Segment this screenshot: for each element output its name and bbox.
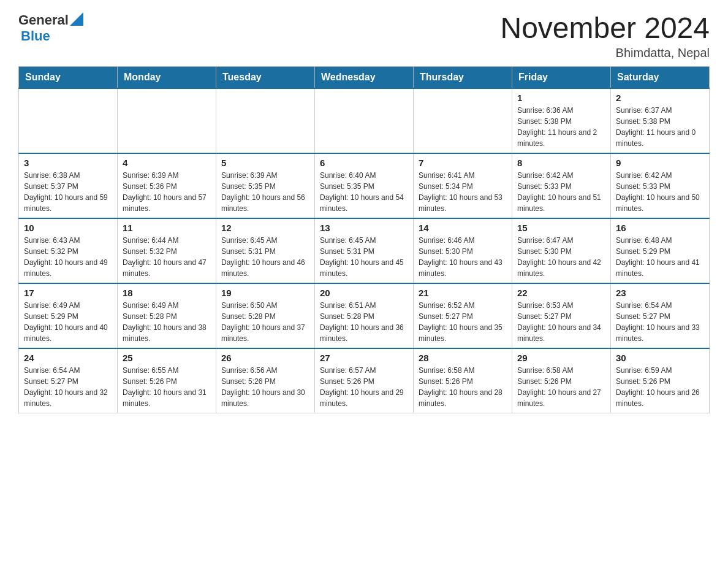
day-info: Sunrise: 6:44 AMSunset: 5:32 PMDaylight:… bbox=[123, 235, 211, 279]
day-info: Sunrise: 6:38 AMSunset: 5:37 PMDaylight:… bbox=[24, 170, 112, 214]
day-info: Sunrise: 6:42 AMSunset: 5:33 PMDaylight:… bbox=[616, 170, 704, 214]
day-number: 27 bbox=[320, 353, 408, 363]
day-number: 29 bbox=[517, 353, 605, 363]
day-number: 4 bbox=[123, 158, 211, 168]
table-row: 6Sunrise: 6:40 AMSunset: 5:35 PMDaylight… bbox=[315, 153, 414, 218]
table-row: 27Sunrise: 6:57 AMSunset: 5:26 PMDayligh… bbox=[315, 348, 414, 413]
table-row: 12Sunrise: 6:45 AMSunset: 5:31 PMDayligh… bbox=[216, 218, 315, 283]
day-info: Sunrise: 6:46 AMSunset: 5:30 PMDaylight:… bbox=[419, 235, 507, 279]
table-row: 30Sunrise: 6:59 AMSunset: 5:26 PMDayligh… bbox=[611, 348, 710, 413]
table-row: 29Sunrise: 6:58 AMSunset: 5:26 PMDayligh… bbox=[512, 348, 611, 413]
day-number: 8 bbox=[517, 158, 605, 168]
calendar-week-row: 17Sunrise: 6:49 AMSunset: 5:29 PMDayligh… bbox=[19, 283, 710, 348]
table-row: 13Sunrise: 6:45 AMSunset: 5:31 PMDayligh… bbox=[315, 218, 414, 283]
day-info: Sunrise: 6:39 AMSunset: 5:36 PMDaylight:… bbox=[123, 170, 211, 214]
col-thursday: Thursday bbox=[414, 66, 512, 88]
day-info: Sunrise: 6:55 AMSunset: 5:26 PMDaylight:… bbox=[123, 365, 211, 409]
month-year-title: November 2024 bbox=[500, 12, 710, 45]
day-info: Sunrise: 6:58 AMSunset: 5:26 PMDaylight:… bbox=[419, 365, 507, 409]
day-info: Sunrise: 6:50 AMSunset: 5:28 PMDaylight:… bbox=[221, 300, 309, 344]
day-info: Sunrise: 6:57 AMSunset: 5:26 PMDaylight:… bbox=[320, 365, 408, 409]
col-monday: Monday bbox=[118, 66, 216, 88]
table-row: 7Sunrise: 6:41 AMSunset: 5:34 PMDaylight… bbox=[414, 153, 512, 218]
table-row bbox=[118, 88, 216, 153]
day-number: 16 bbox=[616, 223, 704, 233]
location-subtitle: Bhimdatta, Nepal bbox=[500, 46, 710, 60]
calendar-week-row: 3Sunrise: 6:38 AMSunset: 5:37 PMDaylight… bbox=[19, 153, 710, 218]
day-number: 20 bbox=[320, 288, 408, 298]
day-info: Sunrise: 6:52 AMSunset: 5:27 PMDaylight:… bbox=[419, 300, 507, 344]
day-number: 18 bbox=[123, 288, 211, 298]
table-row: 23Sunrise: 6:54 AMSunset: 5:27 PMDayligh… bbox=[611, 283, 710, 348]
table-row: 19Sunrise: 6:50 AMSunset: 5:28 PMDayligh… bbox=[216, 283, 315, 348]
day-number: 3 bbox=[24, 158, 112, 168]
calendar-header-row: Sunday Monday Tuesday Wednesday Thursday… bbox=[19, 66, 710, 88]
day-number: 9 bbox=[616, 158, 704, 168]
table-row: 5Sunrise: 6:39 AMSunset: 5:35 PMDaylight… bbox=[216, 153, 315, 218]
table-row bbox=[414, 88, 512, 153]
day-number: 22 bbox=[517, 288, 605, 298]
calendar-week-row: 1Sunrise: 6:36 AMSunset: 5:38 PMDaylight… bbox=[19, 88, 710, 153]
col-saturday: Saturday bbox=[611, 66, 710, 88]
day-number: 10 bbox=[24, 223, 112, 233]
day-number: 21 bbox=[419, 288, 507, 298]
day-number: 15 bbox=[517, 223, 605, 233]
table-row bbox=[315, 88, 414, 153]
calendar-week-row: 24Sunrise: 6:54 AMSunset: 5:27 PMDayligh… bbox=[19, 348, 710, 413]
table-row: 15Sunrise: 6:47 AMSunset: 5:30 PMDayligh… bbox=[512, 218, 611, 283]
day-info: Sunrise: 6:53 AMSunset: 5:27 PMDaylight:… bbox=[517, 300, 605, 344]
day-info: Sunrise: 6:54 AMSunset: 5:27 PMDaylight:… bbox=[616, 300, 704, 344]
col-friday: Friday bbox=[512, 66, 611, 88]
col-sunday: Sunday bbox=[19, 66, 118, 88]
day-info: Sunrise: 6:51 AMSunset: 5:28 PMDaylight:… bbox=[320, 300, 408, 344]
table-row: 22Sunrise: 6:53 AMSunset: 5:27 PMDayligh… bbox=[512, 283, 611, 348]
day-number: 11 bbox=[123, 223, 211, 233]
table-row: 16Sunrise: 6:48 AMSunset: 5:29 PMDayligh… bbox=[611, 218, 710, 283]
table-row: 3Sunrise: 6:38 AMSunset: 5:37 PMDaylight… bbox=[19, 153, 118, 218]
day-number: 28 bbox=[419, 353, 507, 363]
day-number: 19 bbox=[221, 288, 309, 298]
day-number: 14 bbox=[419, 223, 507, 233]
logo-blue-text: Blue bbox=[21, 28, 50, 44]
table-row: 4Sunrise: 6:39 AMSunset: 5:36 PMDaylight… bbox=[118, 153, 216, 218]
table-row: 11Sunrise: 6:44 AMSunset: 5:32 PMDayligh… bbox=[118, 218, 216, 283]
day-info: Sunrise: 6:45 AMSunset: 5:31 PMDaylight:… bbox=[320, 235, 408, 279]
day-number: 2 bbox=[616, 93, 704, 103]
day-info: Sunrise: 6:37 AMSunset: 5:38 PMDaylight:… bbox=[616, 105, 704, 149]
table-row: 14Sunrise: 6:46 AMSunset: 5:30 PMDayligh… bbox=[414, 218, 512, 283]
table-row: 21Sunrise: 6:52 AMSunset: 5:27 PMDayligh… bbox=[414, 283, 512, 348]
col-wednesday: Wednesday bbox=[315, 66, 414, 88]
logo-general-text: General bbox=[18, 12, 69, 28]
day-number: 23 bbox=[616, 288, 704, 298]
table-row bbox=[19, 88, 118, 153]
table-row: 25Sunrise: 6:55 AMSunset: 5:26 PMDayligh… bbox=[118, 348, 216, 413]
table-row: 26Sunrise: 6:56 AMSunset: 5:26 PMDayligh… bbox=[216, 348, 315, 413]
day-number: 6 bbox=[320, 158, 408, 168]
col-tuesday: Tuesday bbox=[216, 66, 315, 88]
day-info: Sunrise: 6:56 AMSunset: 5:26 PMDaylight:… bbox=[221, 365, 309, 409]
day-number: 5 bbox=[221, 158, 309, 168]
day-info: Sunrise: 6:40 AMSunset: 5:35 PMDaylight:… bbox=[320, 170, 408, 214]
day-number: 1 bbox=[517, 93, 605, 103]
day-number: 17 bbox=[24, 288, 112, 298]
day-info: Sunrise: 6:45 AMSunset: 5:31 PMDaylight:… bbox=[221, 235, 309, 279]
header: General Blue November 2024 Bhimdatta, Ne… bbox=[18, 12, 710, 60]
day-info: Sunrise: 6:43 AMSunset: 5:32 PMDaylight:… bbox=[24, 235, 112, 279]
title-area: November 2024 Bhimdatta, Nepal bbox=[500, 12, 710, 60]
logo: General Blue bbox=[18, 12, 83, 44]
day-info: Sunrise: 6:59 AMSunset: 5:26 PMDaylight:… bbox=[616, 365, 704, 409]
day-info: Sunrise: 6:39 AMSunset: 5:35 PMDaylight:… bbox=[221, 170, 309, 214]
calendar-week-row: 10Sunrise: 6:43 AMSunset: 5:32 PMDayligh… bbox=[19, 218, 710, 283]
day-number: 25 bbox=[123, 353, 211, 363]
day-number: 30 bbox=[616, 353, 704, 363]
day-info: Sunrise: 6:58 AMSunset: 5:26 PMDaylight:… bbox=[517, 365, 605, 409]
day-info: Sunrise: 6:42 AMSunset: 5:33 PMDaylight:… bbox=[517, 170, 605, 214]
table-row: 9Sunrise: 6:42 AMSunset: 5:33 PMDaylight… bbox=[611, 153, 710, 218]
day-number: 26 bbox=[221, 353, 309, 363]
table-row: 17Sunrise: 6:49 AMSunset: 5:29 PMDayligh… bbox=[19, 283, 118, 348]
table-row: 10Sunrise: 6:43 AMSunset: 5:32 PMDayligh… bbox=[19, 218, 118, 283]
table-row: 2Sunrise: 6:37 AMSunset: 5:38 PMDaylight… bbox=[611, 88, 710, 153]
calendar-table: Sunday Monday Tuesday Wednesday Thursday… bbox=[18, 66, 710, 413]
table-row: 20Sunrise: 6:51 AMSunset: 5:28 PMDayligh… bbox=[315, 283, 414, 348]
svg-marker-0 bbox=[70, 12, 83, 26]
